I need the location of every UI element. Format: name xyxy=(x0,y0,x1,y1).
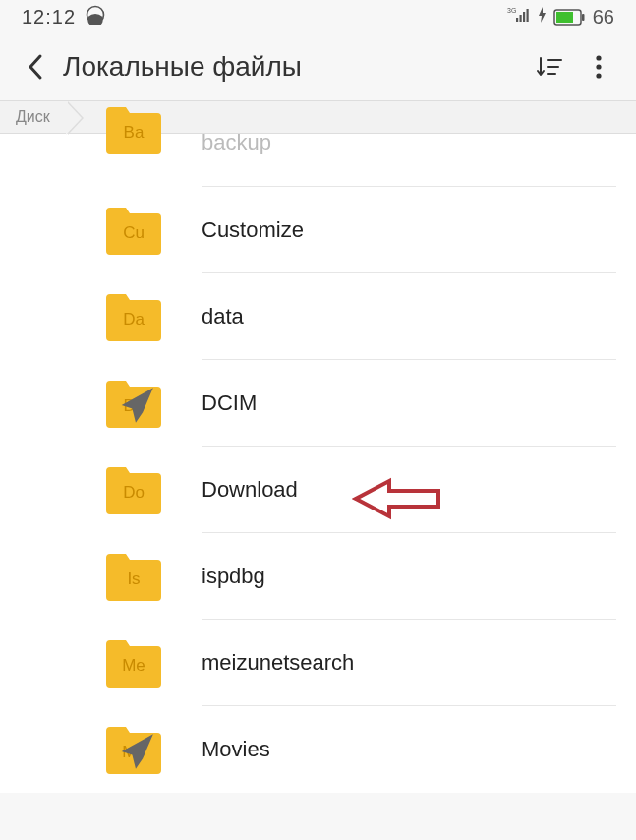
folder-name: data xyxy=(202,304,244,330)
folder-icon: Cu xyxy=(104,206,163,255)
folder-name: backup xyxy=(202,130,271,155)
svg-rect-7 xyxy=(556,12,573,23)
list-item[interactable]: Da data xyxy=(0,273,636,360)
status-time: 12:12 xyxy=(22,6,76,29)
list-item[interactable]: Is ispdbg xyxy=(0,533,636,620)
list-item[interactable]: Mo Movies xyxy=(0,706,636,793)
list-item[interactable]: Me meizunetsearch xyxy=(0,620,636,706)
folder-tag: Do xyxy=(123,483,145,503)
folder-icon: Do xyxy=(104,465,163,514)
file-list: Ba backup Cu Customize Da data Dc DCIM xyxy=(0,134,636,793)
page-title: Локальные файлы xyxy=(63,51,522,83)
titlebar: Локальные файлы xyxy=(0,33,636,100)
breadcrumb: Диск xyxy=(0,100,636,134)
list-item[interactable]: Cu Customize xyxy=(0,187,636,273)
svg-rect-2 xyxy=(516,18,518,22)
status-bar: 12:12 3G 66 xyxy=(0,0,636,33)
folder-icon: Da xyxy=(104,292,163,341)
folder-icon: Dc xyxy=(104,379,163,428)
folder-tag: Ba xyxy=(124,123,145,143)
battery-icon xyxy=(553,9,585,26)
list-item[interactable]: Do Download xyxy=(0,447,636,533)
dnd-icon xyxy=(86,5,105,30)
folder-name: Movies xyxy=(202,737,270,762)
battery-percent: 66 xyxy=(593,6,614,29)
breadcrumb-label: Диск xyxy=(16,108,50,126)
svg-rect-3 xyxy=(519,15,521,22)
folder-tag: Cu xyxy=(123,223,145,243)
folder-icon: Is xyxy=(104,552,163,601)
overflow-menu-button[interactable] xyxy=(577,45,620,89)
sort-button[interactable] xyxy=(528,45,571,89)
signal-icon: 3G xyxy=(507,6,531,29)
folder-tag: Is xyxy=(127,570,140,589)
svg-text:3G: 3G xyxy=(507,7,516,14)
folder-name: ispdbg xyxy=(202,564,265,589)
share-badge-icon xyxy=(106,727,165,776)
svg-rect-4 xyxy=(523,12,525,22)
folder-name: DCIM xyxy=(202,390,257,416)
back-button[interactable] xyxy=(16,47,55,87)
folder-tag: Da xyxy=(123,310,145,330)
folder-name: Download xyxy=(202,477,298,503)
svg-point-12 xyxy=(596,55,601,60)
svg-point-14 xyxy=(596,73,601,78)
folder-icon: Mo xyxy=(104,725,163,774)
svg-rect-5 xyxy=(526,9,528,22)
list-item[interactable]: Dc DCIM xyxy=(0,360,636,447)
folder-icon: Me xyxy=(104,638,163,688)
folder-name: meizunetsearch xyxy=(202,650,354,676)
folder-tag: Me xyxy=(122,656,145,676)
share-badge-icon xyxy=(106,381,165,430)
folder-icon: Ba xyxy=(104,105,163,154)
charging-icon xyxy=(537,6,548,29)
svg-point-13 xyxy=(596,64,601,69)
svg-rect-8 xyxy=(582,14,585,21)
folder-name: Customize xyxy=(202,217,304,243)
list-item[interactable]: Ba backup xyxy=(0,134,636,187)
breadcrumb-root[interactable]: Диск xyxy=(0,101,66,133)
